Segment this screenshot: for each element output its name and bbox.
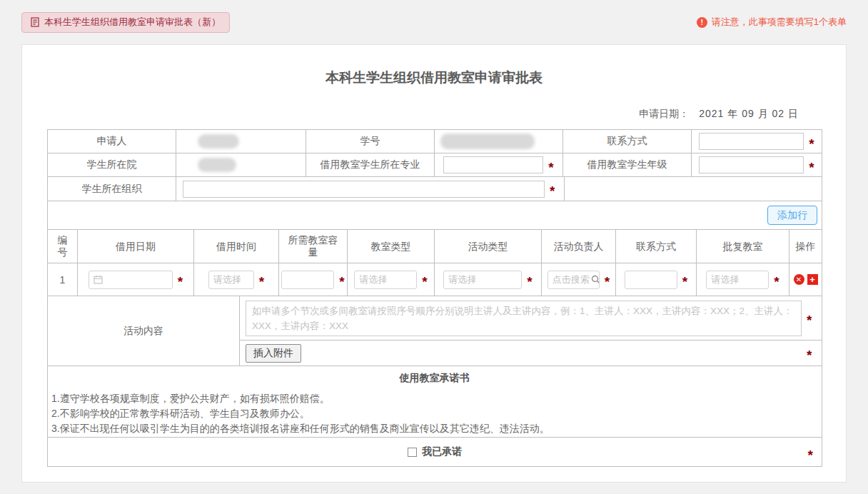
- required-mark: *: [774, 275, 779, 288]
- leader-contact-input[interactable]: [625, 271, 677, 289]
- college-label: 学生所在院: [48, 153, 176, 176]
- promise-checkbox-group[interactable]: 我已承诺: [408, 445, 462, 458]
- college-redacted-value: [198, 158, 236, 172]
- borrow-time-cell: 请选择 *: [194, 263, 279, 296]
- apply-date-row: 申请日期：2021 年 09 月 02 日: [22, 108, 846, 121]
- applicant-redacted-value: [198, 134, 239, 148]
- calendar-icon: [94, 275, 103, 284]
- row-index: 1: [48, 263, 78, 296]
- add-row-button[interactable]: 添加行: [767, 206, 817, 225]
- applicant-value-cell: [176, 130, 306, 153]
- col-header-contact: 联系方式: [616, 230, 697, 263]
- required-mark: *: [339, 275, 344, 288]
- promise-checkbox[interactable]: [408, 448, 417, 457]
- detail-data-row: 1 * 请选择 * *: [48, 263, 822, 296]
- add-row-strip: 添加行: [48, 201, 822, 230]
- promise-item-3: 3.保证不出现任何以吸引学生为目的的各类培训报名讲座和任何形式的销售及商业宣传以…: [51, 421, 817, 436]
- major-label: 借用教室学生所在专业: [306, 153, 435, 176]
- borrow-date-input[interactable]: [89, 271, 173, 289]
- grade-cell: *: [692, 153, 822, 176]
- major-cell: *: [435, 153, 563, 176]
- col-header-operation: 操作: [789, 230, 822, 263]
- empty-cell: [565, 177, 822, 201]
- major-input[interactable]: [443, 156, 543, 173]
- required-mark: *: [422, 275, 427, 288]
- borrow-date-cell: *: [78, 263, 194, 296]
- leader-contact-cell: *: [616, 263, 697, 296]
- approved-classroom-cell: 请选择 *: [697, 263, 789, 296]
- required-mark: *: [807, 313, 812, 327]
- student-id-label: 学号: [306, 130, 435, 153]
- required-mark: *: [550, 184, 555, 198]
- required-mark: *: [605, 275, 610, 288]
- organization-input[interactable]: [183, 181, 545, 198]
- required-mark: *: [809, 137, 814, 151]
- search-icon: [591, 275, 600, 287]
- required-mark: *: [548, 161, 553, 174]
- student-id-value-cell: [435, 130, 563, 153]
- activity-type-select[interactable]: 请选择: [443, 271, 522, 289]
- organization-label: 学生所在组织: [48, 177, 176, 201]
- required-mark: *: [178, 275, 183, 288]
- detail-header-row: 编号 借用日期 借用时间 所需教室容量 教室类型 活动类型 活动负责人 联系方式…: [48, 230, 822, 263]
- college-value-cell: [176, 153, 306, 176]
- info-row-3: 学生所在组织 *: [48, 177, 822, 201]
- col-header-capacity: 所需教室容量: [279, 230, 348, 263]
- form-tab[interactable]: 本科生学生组织借用教室申请审批表（新）: [21, 12, 230, 33]
- form-tab-label: 本科生学生组织借用教室申请审批表（新）: [44, 16, 221, 29]
- application-table: 申请人 学号 联系方式 * 学生所在院 借用教室学生所在专业 *: [47, 129, 822, 467]
- classroom-type-select[interactable]: 请选择: [354, 271, 417, 289]
- student-id-redacted-value: [440, 133, 535, 149]
- insert-attachment-button[interactable]: 插入附件: [246, 344, 301, 363]
- promise-item-2: 2.不影响学校的正常教学科研活动、学生自习及教师办公。: [51, 406, 817, 421]
- contact-input[interactable]: [699, 133, 804, 150]
- col-header-approved-classroom: 批复教室: [697, 230, 789, 263]
- col-header-index: 编号: [48, 230, 78, 263]
- promise-section: 使用教室承诺书 1.遵守学校各项规章制度，爱护公共财产，如有损坏照价赔偿。 2.…: [48, 366, 822, 438]
- required-mark: *: [682, 275, 687, 288]
- activity-content-label: 活动内容: [48, 296, 240, 366]
- promise-checkbox-row: 我已承诺 *: [48, 438, 822, 466]
- operation-cell: ✕ +: [789, 263, 822, 296]
- col-header-activity-leader: 活动负责人: [542, 230, 616, 263]
- page-title: 本科生学生组织借用教室申请审批表: [22, 69, 846, 87]
- warning-icon: !: [697, 17, 707, 28]
- activity-content-cell: 如申请多个节次或多间教室请按照序号顺序分别说明主讲人及主讲内容，例：1、主讲人：…: [240, 296, 822, 341]
- required-mark: *: [808, 448, 813, 462]
- organization-cell: *: [176, 177, 565, 201]
- grade-input[interactable]: [699, 156, 804, 173]
- info-row-2: 学生所在院 借用教室学生所在专业 * 借用教室学生年级 *: [48, 153, 822, 177]
- col-header-borrow-time: 借用时间: [194, 230, 279, 263]
- approved-classroom-select[interactable]: 请选择: [706, 271, 769, 289]
- required-mark: *: [809, 161, 814, 174]
- delete-row-icon[interactable]: ✕: [794, 274, 804, 285]
- activity-section: 活动内容 如申请多个节次或多间教室请按照序号顺序分别说明主讲人及主讲内容，例：1…: [48, 296, 822, 366]
- notice-banner: ! 请注意，此事项需要填写1个表单: [697, 16, 847, 29]
- promise-item-1: 1.遵守学校各项规章制度，爱护公共财产，如有损坏照价赔偿。: [51, 391, 817, 406]
- contact-cell: *: [692, 130, 822, 153]
- contact-label: 联系方式: [563, 130, 692, 153]
- apply-date-value: 2021 年 09 月 02 日: [699, 108, 799, 119]
- applicant-label: 申请人: [48, 130, 176, 153]
- attachment-cell: 插入附件 *: [240, 341, 822, 366]
- add-row-icon[interactable]: +: [807, 274, 818, 285]
- col-header-activity-type: 活动类型: [435, 230, 542, 263]
- document-icon: [31, 17, 39, 27]
- apply-date-label: 申请日期：: [639, 108, 689, 119]
- activity-leader-search-input[interactable]: 点击搜索: [547, 271, 600, 289]
- classroom-type-cell: 请选择 *: [348, 263, 435, 296]
- promise-title: 使用教室承诺书: [51, 372, 817, 385]
- required-mark: *: [259, 275, 264, 288]
- required-mark: *: [807, 348, 812, 362]
- capacity-input[interactable]: [281, 271, 334, 289]
- activity-content-textarea[interactable]: 如申请多个节次或多间教室请按照序号顺序分别说明主讲人及主讲内容，例：1、主讲人：…: [246, 301, 802, 336]
- tab-bar: 本科生学生组织借用教室申请审批表（新） ! 请注意，此事项需要填写1个表单: [0, 0, 868, 44]
- activity-type-cell: 请选择 *: [435, 263, 542, 296]
- borrow-time-select[interactable]: 请选择: [208, 271, 254, 289]
- capacity-cell: *: [279, 263, 348, 296]
- promise-checkbox-label: 我已承诺: [422, 445, 462, 458]
- info-row-1: 申请人 学号 联系方式 *: [48, 130, 822, 153]
- form-card: 本科生学生组织借用教室申请审批表 申请日期：2021 年 09 月 02 日 申…: [21, 44, 847, 483]
- col-header-classroom-type: 教室类型: [348, 230, 435, 263]
- required-mark: *: [527, 275, 532, 288]
